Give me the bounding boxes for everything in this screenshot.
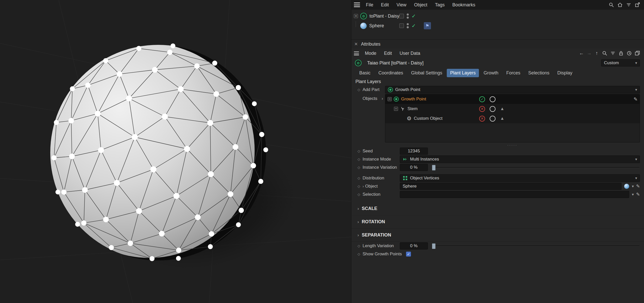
layer-label[interactable]: Growth Point xyxy=(401,97,426,102)
tab-forces[interactable]: Forces xyxy=(503,69,524,77)
show-growth-points-label: Show Growth Points xyxy=(363,252,402,257)
edit-pencil-icon[interactable]: ✎ xyxy=(634,96,638,102)
tab-global-settings[interactable]: Global Settings xyxy=(408,69,445,77)
slider-thumb[interactable] xyxy=(432,165,436,170)
layer-state-icons: ✕ ▲ xyxy=(479,106,504,112)
menu-tags[interactable]: Tags xyxy=(431,2,449,8)
history-icon[interactable] xyxy=(626,50,632,56)
instance-mode-dropdown[interactable]: Multi Instances ▾ xyxy=(400,155,640,163)
tab-selections[interactable]: Selections xyxy=(525,69,553,77)
menu-hamburger-icon[interactable] xyxy=(354,3,360,7)
new-window-icon[interactable] xyxy=(634,50,640,56)
section-rotation[interactable]: › ROTATION xyxy=(351,215,644,229)
chevron-right-icon[interactable]: › xyxy=(382,96,383,101)
chevron-right-icon: › xyxy=(357,219,359,225)
seed-input[interactable]: 12345 xyxy=(400,148,428,155)
instance-variation-slider[interactable] xyxy=(431,164,640,171)
object-toggles: ✓ xyxy=(399,13,416,19)
menu-user-data[interactable]: User Data xyxy=(396,51,424,56)
slider-track xyxy=(431,246,639,246)
menu-am-edit[interactable]: Edit xyxy=(380,51,396,56)
home-icon[interactable] xyxy=(617,2,623,8)
menu-edit[interactable]: Edit xyxy=(377,2,393,8)
tab-growth[interactable]: Growth xyxy=(480,69,502,77)
enabled-check-icon[interactable]: ✓ xyxy=(412,23,416,29)
lock-icon[interactable] xyxy=(618,50,624,56)
search-icon[interactable] xyxy=(608,2,614,8)
length-variation-slider[interactable] xyxy=(431,242,640,249)
add-part-row: ◇ Add Part Growth Point ▾ xyxy=(351,85,644,94)
collapse-icon[interactable]: − xyxy=(388,97,392,101)
visibility-dots-icon[interactable] xyxy=(407,23,409,28)
edit-pencil-icon[interactable]: ✎ xyxy=(636,192,640,197)
preset-dropdown[interactable]: Custom ▾ xyxy=(601,59,640,67)
object-row-sphere[interactable]: Sphere ✓ ⚑ xyxy=(351,21,644,31)
enabled-check-icon[interactable]: ✓ xyxy=(412,13,416,19)
object-label[interactable]: Sphere xyxy=(369,23,384,29)
empty-circle-icon[interactable] xyxy=(490,96,496,102)
flag-tag-icon: ⚑ xyxy=(425,23,429,29)
attributes-header: × Attributes xyxy=(351,39,644,49)
filter-icon[interactable] xyxy=(626,2,632,8)
search-icon[interactable] xyxy=(602,50,608,56)
triangle-icon[interactable]: ▲ xyxy=(500,116,504,121)
chevron-down-icon: ▾ xyxy=(635,157,637,162)
object-link-field[interactable]: Sphere xyxy=(400,183,622,190)
menu-mode[interactable]: Mode xyxy=(361,51,380,56)
object-row-toplant[interactable]: + ✿ toPlant - Daisy ✓ xyxy=(351,11,644,21)
visibility-dots-icon[interactable] xyxy=(407,14,409,19)
menu-view[interactable]: View xyxy=(393,2,410,8)
back-arrow-icon[interactable]: ← xyxy=(579,50,584,56)
disabled-x-circle-icon[interactable]: ✕ xyxy=(479,106,485,112)
empty-circle-icon[interactable] xyxy=(490,116,496,122)
collapse-icon[interactable]: − xyxy=(394,107,398,111)
expand-icon[interactable]: + xyxy=(354,14,358,18)
show-growth-points-checkbox[interactable]: ✓ xyxy=(406,252,411,257)
up-arrow-icon[interactable]: ↑ xyxy=(594,50,600,56)
length-variation-input[interactable]: 0 % xyxy=(400,242,428,249)
enabled-check-circle-icon[interactable]: ✓ xyxy=(479,96,485,102)
close-icon[interactable]: × xyxy=(354,41,358,47)
layer-label[interactable]: Stem xyxy=(407,106,418,111)
viewport-3d[interactable] xyxy=(0,0,351,303)
chevron-down-icon[interactable]: ▾ xyxy=(632,184,634,189)
section-separation[interactable]: › SEPARATION xyxy=(351,229,644,242)
tag-box[interactable]: ⚑ xyxy=(424,22,431,29)
resize-handle[interactable]: ····· xyxy=(385,143,640,147)
growth-point-icon xyxy=(394,97,399,102)
forward-arrow-icon[interactable]: → xyxy=(586,50,592,56)
add-part-dropdown[interactable]: Growth Point ▾ xyxy=(385,86,640,94)
chevron-right-icon[interactable]: › xyxy=(363,184,364,188)
menu-bookmarks[interactable]: Bookmarks xyxy=(449,2,479,8)
triangle-icon[interactable]: ▲ xyxy=(500,106,504,111)
disabled-x-circle-icon[interactable]: ✕ xyxy=(479,116,485,122)
menu-object[interactable]: Object xyxy=(410,2,431,8)
selection-label: Selection xyxy=(363,192,400,197)
edit-pencil-icon[interactable]: ✎ xyxy=(636,183,640,189)
instance-variation-input[interactable]: 0 % xyxy=(400,164,428,171)
empty-circle-icon[interactable] xyxy=(490,106,496,112)
layer-row-growth-point[interactable]: − Growth Point ✓ ✎ xyxy=(385,94,640,104)
distribution-row: ◇ Distribution Object Vertices ▾ xyxy=(351,174,644,182)
section-scale[interactable]: › SCALE xyxy=(351,202,644,215)
enable-toggle[interactable] xyxy=(399,23,404,28)
enable-toggle[interactable] xyxy=(399,14,404,18)
object-label[interactable]: toPlant - Daisy xyxy=(369,14,399,19)
instance-mode-label: Instance Mode xyxy=(363,157,400,162)
tab-plant-layers[interactable]: Plant Layers xyxy=(447,69,479,77)
distribution-dropdown[interactable]: Object Vertices ▾ xyxy=(400,174,640,182)
layer-row-stem[interactable]: − Stem ✕ ▲ xyxy=(385,104,640,114)
selection-field[interactable] xyxy=(400,191,629,198)
slider-thumb[interactable] xyxy=(432,243,436,249)
chevron-down-icon[interactable]: ▾ xyxy=(632,192,634,197)
modebar-hamburger-icon[interactable] xyxy=(354,51,359,55)
tab-basic[interactable]: Basic xyxy=(356,69,374,77)
tab-display[interactable]: Display xyxy=(554,69,576,77)
export-icon[interactable] xyxy=(634,2,640,8)
filter-icon[interactable] xyxy=(610,50,616,56)
tab-coordinates[interactable]: Coordinates xyxy=(375,69,406,77)
menu-file[interactable]: File xyxy=(362,2,377,8)
selection-row: ◇ Selection ▾ ✎ xyxy=(351,190,644,199)
layer-label[interactable]: Custom Object xyxy=(414,116,442,121)
layer-row-custom-object[interactable]: ⚙ Custom Object ✕ ▲ xyxy=(385,114,640,123)
